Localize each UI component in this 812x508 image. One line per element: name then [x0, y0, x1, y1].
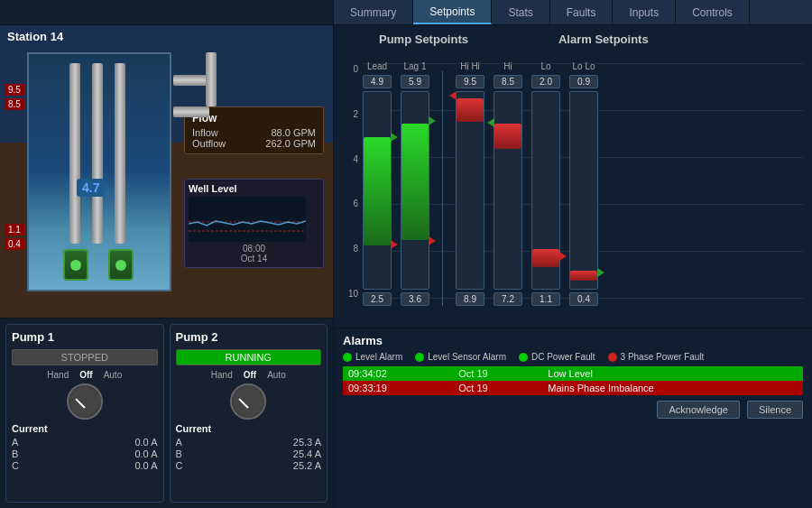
lag1-arrow-top	[429, 116, 436, 125]
pump-1-current-a: A 0.0 A	[12, 437, 158, 448]
legend-sensor-alarm: Level Sensor Alarm	[415, 352, 506, 362]
flow-title: Flow	[192, 112, 316, 125]
alarm-2-date: Oct 19	[453, 381, 542, 395]
pipe-2	[92, 63, 103, 244]
alarm-2-msg: Mains Phase Imbalance	[542, 381, 803, 395]
col-hihi-label: Hi Hi	[460, 61, 480, 71]
legend-dc-fault: DC Power Fault	[519, 352, 595, 362]
col-lead-fill	[364, 137, 391, 245]
legend-label-2: Level Sensor Alarm	[428, 352, 506, 362]
station-diagram: Station 14 9.5 8.5 1.1 0.4	[0, 25, 333, 319]
col-lag1-top: 5.9	[401, 75, 429, 88]
col-lo-fill	[532, 249, 559, 267]
tab-controls[interactable]: Controls	[676, 0, 750, 24]
col-hihi-top: 9.5	[456, 75, 484, 88]
pump-alarm-divider	[442, 71, 443, 306]
nav-spacer	[0, 0, 334, 24]
col-lead-bot: 2.5	[363, 292, 392, 306]
col-hi-fill	[494, 124, 521, 149]
lead-arrow-bot	[391, 240, 398, 249]
col-lag1: Lag 1 5.9 3.6	[401, 61, 429, 306]
outflow-label: Outflow	[192, 138, 226, 149]
col-lolo-fill	[570, 271, 597, 281]
tab-setpoints[interactable]: Setpoints	[413, 0, 492, 24]
right-panel: Pump Setpoints Alarm Setpoints 10 8 6 4 …	[334, 25, 812, 508]
col-lag1-bar	[401, 91, 429, 290]
hihi-arrow	[449, 91, 457, 100]
pump-2-status: RUNNING	[176, 349, 322, 365]
pump-2-dial[interactable]	[230, 383, 266, 420]
tab-stats[interactable]: Stats	[492, 0, 549, 24]
silence-button[interactable]: Silence	[747, 401, 803, 419]
mini-chart	[189, 197, 306, 242]
legend-3phase-fault: 3 Phase Power Fault	[608, 352, 705, 362]
pump-1-current-b: B 0.0 A	[12, 448, 158, 459]
svg-rect-0	[189, 197, 306, 242]
lag1-arrow-bot	[429, 236, 436, 245]
alarm-row-1: 09:34:02 Oct 19 Low Level	[343, 366, 803, 381]
col-lolo-bar	[569, 91, 598, 290]
y-tick-0: 0	[343, 64, 361, 74]
tab-inputs[interactable]: Inputs	[613, 0, 676, 24]
lolo-arrow	[597, 268, 604, 277]
pump-1-dial[interactable]	[67, 383, 103, 420]
legend-label-3: DC Power Fault	[531, 352, 595, 362]
hi-arrow	[487, 118, 494, 127]
pipe-1	[69, 63, 80, 244]
y-tick-8: 8	[343, 244, 361, 254]
y-tick-2: 2	[343, 109, 361, 119]
col-lolo-bot: 0.4	[569, 292, 598, 306]
pump-1-status: STOPPED	[12, 349, 158, 365]
col-hi-top: 8.5	[494, 75, 522, 88]
tab-faults[interactable]: Faults	[550, 0, 614, 24]
col-hihi: Hi Hi 9.5 8.9	[456, 61, 484, 306]
col-hi-label: Hi	[503, 61, 512, 71]
col-lolo: Lo Lo 0.9 0.4	[569, 61, 598, 306]
legend-dot-2	[415, 353, 424, 362]
y-tick-6: 6	[343, 199, 361, 208]
pump-2-panel: Pump 2 RUNNING Hand Off Auto Current	[170, 324, 328, 503]
pump-2-modes: Hand Off Auto	[176, 370, 322, 380]
pump-setpoints-title: Pump Setpoints	[379, 32, 468, 46]
col-lolo-label: Lo Lo	[572, 61, 595, 71]
pipe-h-2	[173, 106, 209, 117]
pipe-3	[115, 63, 125, 244]
col-lead-label: Lead	[367, 61, 387, 71]
water-level-label: 4.7	[77, 179, 105, 197]
col-lag1-bot: 3.6	[401, 292, 429, 306]
col-hi-bar	[494, 91, 522, 290]
pump-2-current-b: B 25.4 A	[176, 448, 322, 459]
legend-label-4: 3 Phase Power Fault	[621, 352, 705, 362]
pump-2-icon	[108, 249, 134, 281]
pump-2-current-label: Current	[176, 423, 322, 434]
setpoints-area: Pump Setpoints Alarm Setpoints 10 8 6 4 …	[334, 25, 812, 328]
level-badge-11: 1.1	[5, 224, 24, 236]
pump-2-dial-container	[176, 383, 322, 420]
pipe-h-1	[173, 75, 209, 86]
legend-dot-1	[343, 353, 352, 362]
pump-1-dial-container	[12, 383, 158, 420]
left-panel: Station 14 9.5 8.5 1.1 0.4	[0, 25, 334, 508]
well-structure	[27, 52, 171, 291]
col-hihi-bot: 8.9	[456, 292, 484, 306]
outflow-value: 262.0 GPM	[265, 138, 316, 149]
legend-dot-3	[519, 353, 528, 362]
legend-label-1: Level Alarm	[355, 352, 402, 362]
col-lo-top: 2.0	[531, 75, 560, 88]
pump-1-title: Pump 1	[12, 330, 158, 344]
alarm-row-2: 09:33:19 Oct 19 Mains Phase Imbalance	[343, 381, 803, 395]
alarm-1-msg: Low Level	[542, 366, 803, 381]
level-badge-85: 8.5	[5, 98, 24, 110]
inflow-value: 88.0 GPM	[271, 127, 316, 138]
pump-1-current-c: C 0.0 A	[12, 460, 158, 471]
col-hi-bot: 7.2	[494, 292, 522, 306]
col-hihi-bar	[456, 91, 484, 290]
level-markers-top: 9.5 8.5	[5, 84, 24, 110]
tab-summary[interactable]: Summary	[334, 0, 413, 24]
pump-2-current-a: A 25.3 A	[176, 437, 322, 448]
legend-level-alarm: Level Alarm	[343, 352, 402, 362]
acknowledge-button[interactable]: Acknowledge	[657, 401, 739, 419]
alarms-section: Alarms Level Alarm Level Sensor Alarm DC…	[334, 328, 812, 508]
alarm-legend: Level Alarm Level Sensor Alarm DC Power …	[343, 352, 803, 362]
chart-time: 08:00 Oct 14	[189, 244, 319, 263]
